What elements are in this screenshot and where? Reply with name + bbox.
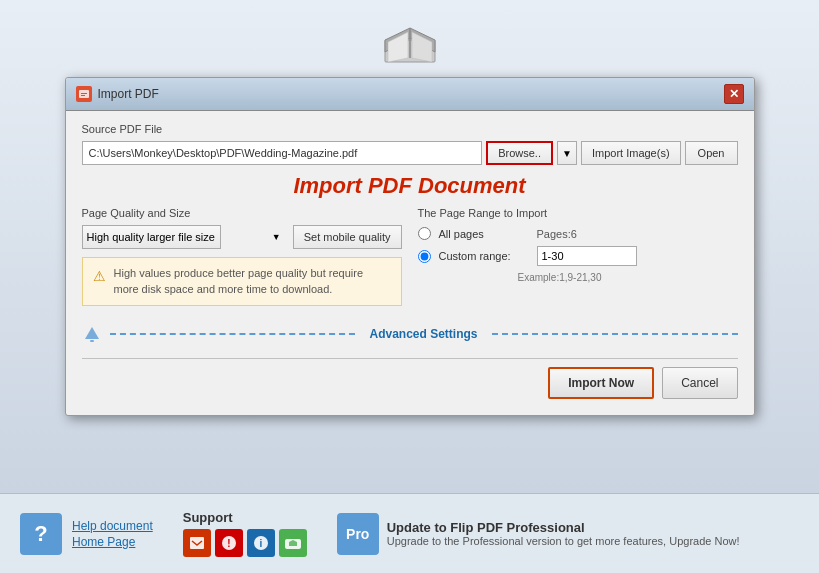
svg-text:i: i: [259, 538, 262, 549]
range-input[interactable]: [537, 246, 637, 266]
custom-range-label: Custom range:: [439, 250, 529, 262]
warning-icon: ⚠: [93, 267, 106, 287]
left-column: Page Quality and Size High quality large…: [82, 207, 402, 306]
bottom-toolbar: ? Help document Home Page Support: [0, 493, 819, 573]
quality-select-wrapper: High quality larger file size: [82, 225, 285, 249]
dialog-title-text: Import PDF: [98, 87, 159, 101]
dialog-titlebar: Import PDF ✕: [66, 78, 754, 111]
svg-marker-4: [85, 327, 99, 339]
browse-button[interactable]: Browse..: [486, 141, 553, 165]
two-column-layout: Page Quality and Size High quality large…: [82, 207, 738, 306]
custom-range-radio[interactable]: [418, 250, 431, 263]
all-pages-row: All pages Pages:6: [418, 227, 738, 240]
button-row: Import Now Cancel: [82, 367, 738, 399]
advanced-line-right: [492, 333, 738, 335]
divider: [82, 358, 738, 359]
svg-rect-6: [190, 537, 204, 549]
modal-overlay: Import PDF ✕ Source PDF File Browse.. ▼ …: [0, 0, 819, 573]
help-section: ? Help document Home Page: [20, 513, 153, 555]
browse-dropdown-button[interactable]: ▼: [557, 141, 577, 165]
help-question-mark: ?: [34, 521, 47, 547]
svg-text:!: !: [227, 538, 230, 549]
svg-rect-3: [81, 95, 85, 96]
help-icon: ?: [20, 513, 62, 555]
open-button[interactable]: Open: [685, 141, 738, 165]
all-pages-radio[interactable]: [418, 227, 431, 240]
quality-row: High quality larger file size Set mobile…: [82, 225, 402, 249]
update-text: Update to Flip PDF Professional Upgrade …: [387, 520, 740, 547]
all-pages-label: All pages: [439, 228, 529, 240]
pro-badge: Pro: [337, 513, 379, 555]
quality-section-label: Page Quality and Size: [82, 207, 402, 219]
import-images-button[interactable]: Import Image(s): [581, 141, 681, 165]
source-row: Browse.. ▼ Import Image(s) Open: [82, 141, 738, 165]
import-heading: Import PDF Document: [82, 173, 738, 199]
support-icons: ! i: [183, 529, 307, 557]
advanced-line-left: [110, 333, 356, 335]
advanced-settings-icon[interactable]: [82, 324, 102, 344]
bottom-links: Help document Home Page: [72, 519, 153, 549]
file-path-input[interactable]: [82, 141, 483, 165]
import-now-button[interactable]: Import Now: [548, 367, 654, 399]
support-icon-4[interactable]: [279, 529, 307, 557]
svg-rect-2: [81, 93, 87, 94]
advanced-settings-text: Advanced Settings: [363, 327, 483, 341]
warning-box: ⚠ High values produce better page qualit…: [82, 257, 402, 306]
quality-select[interactable]: High quality larger file size: [82, 225, 221, 249]
support-icon-3[interactable]: i: [247, 529, 275, 557]
dialog-title-left: Import PDF: [76, 86, 159, 102]
support-section: Support ! i: [183, 510, 307, 557]
svg-rect-5: [90, 340, 94, 342]
update-desc: Upgrade to the Professional version to g…: [387, 535, 740, 547]
pages-count: Pages:6: [537, 228, 577, 240]
update-title: Update to Flip PDF Professional: [387, 520, 740, 535]
page-range-label: The Page Range to Import: [418, 207, 738, 219]
home-page-link[interactable]: Home Page: [72, 535, 153, 549]
support-label: Support: [183, 510, 307, 525]
pro-label: Pro: [346, 526, 369, 542]
warning-text: High values produce better page quality …: [114, 266, 391, 297]
dialog-body: Source PDF File Browse.. ▼ Import Image(…: [66, 111, 754, 415]
dialog-icon: [76, 86, 92, 102]
example-text: Example:1,9-21,30: [518, 272, 738, 283]
help-document-link[interactable]: Help document: [72, 519, 153, 533]
import-pdf-dialog: Import PDF ✕ Source PDF File Browse.. ▼ …: [65, 77, 755, 416]
mobile-quality-button[interactable]: Set mobile quality: [293, 225, 402, 249]
support-icon-1[interactable]: [183, 529, 211, 557]
update-section: Pro Update to Flip PDF Professional Upgr…: [337, 513, 740, 555]
custom-range-row: Custom range:: [418, 246, 738, 266]
close-button[interactable]: ✕: [724, 84, 744, 104]
source-section-label: Source PDF File: [82, 123, 738, 135]
cancel-button[interactable]: Cancel: [662, 367, 737, 399]
advanced-settings-row: Advanced Settings: [82, 318, 738, 350]
right-column: The Page Range to Import All pages Pages…: [418, 207, 738, 306]
app-background: Flip PDF Copyright by flipbuilder.com Im…: [0, 0, 819, 573]
support-icon-2[interactable]: !: [215, 529, 243, 557]
